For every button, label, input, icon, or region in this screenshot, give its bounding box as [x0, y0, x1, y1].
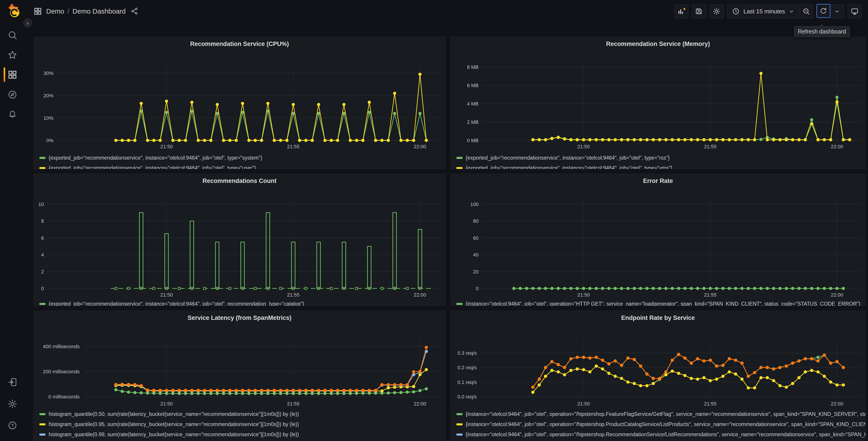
panel-title[interactable]: Recommendation Service (Memory) [451, 37, 866, 61]
legend-item[interactable]: {exported_job="recommendationservice", i… [456, 163, 866, 169]
recommendations-count-chart[interactable]: 21:5021:5522:000246810 [33, 198, 445, 297]
grafana-app: ? › Demo / Demo Dashboard [0, 0, 868, 441]
legend-item[interactable]: {exported_job="recommendationservice", i… [456, 153, 866, 163]
legend-series-color [39, 167, 45, 169]
svg-text:21:50: 21:50 [577, 144, 590, 149]
sidebar-expand-button[interactable]: › [23, 19, 32, 28]
svg-text:21:50: 21:50 [577, 292, 590, 297]
service-latency-chart[interactable]: 21:5021:5522:000 milliseconds200 millise… [33, 335, 445, 408]
legend-item[interactable]: {instance="otelcol:9464", job="otel", op… [456, 419, 866, 430]
time-range-picker[interactable]: Last 15 minutes [727, 4, 799, 18]
legend-series-color [39, 423, 45, 425]
svg-text:2 MB: 2 MB [467, 119, 478, 125]
cpu-legend: {exported_job="recommendationservice", i… [33, 151, 445, 169]
chevron-down-icon [788, 8, 795, 14]
svg-text:21:55: 21:55 [287, 292, 299, 297]
sidebar: ? [0, 0, 25, 441]
legend-series-color [39, 413, 45, 415]
recommendations-count-legend: {exported_job="recommendationservice", i… [33, 297, 445, 306]
panel-title[interactable]: Recommendations Count [33, 174, 445, 198]
legend-item[interactable]: {instance="otelcol:9464", job="otel", op… [456, 299, 866, 306]
sidebar-item-starred[interactable] [7, 50, 18, 60]
svg-text:2: 2 [41, 269, 44, 274]
endpoint-rate-chart[interactable]: 21:5021:5522:000.0 req/s0.1 req/s0.2 req… [451, 335, 866, 408]
legend-item[interactable]: {instance="otelcol:9464", job="otel", op… [456, 430, 866, 440]
breadcrumb-page: Demo Dashboard [72, 7, 126, 15]
share-dashboard-button[interactable] [130, 7, 139, 16]
refresh-interval-dropdown[interactable] [830, 4, 844, 18]
legend-item[interactable]: {exported_job="recommendationservice", i… [39, 163, 445, 169]
panel-title[interactable]: Recommendation Service (CPU%) [33, 37, 445, 61]
svg-text:10%: 10% [43, 115, 53, 121]
legend-series-color [456, 167, 463, 169]
legend-item[interactable]: {instance="otelcol:9464", job="otel", op… [456, 440, 866, 441]
sidebar-item-sign-in[interactable] [7, 377, 18, 387]
legend-item[interactable]: histogram_quantile(0.999, sum(rate(laten… [39, 440, 445, 441]
svg-text:8 MB: 8 MB [467, 64, 478, 70]
legend-series-label: {instance="otelcol:9464", job="otel", op… [466, 411, 866, 417]
svg-text:4 MB: 4 MB [467, 101, 478, 107]
svg-text:21:55: 21:55 [287, 144, 299, 149]
zoom-out-icon [802, 7, 810, 15]
monitor-icon [851, 7, 859, 15]
legend-series-label: {instance="otelcol:9464", job="otel", op… [466, 432, 866, 438]
sidebar-item-alerting[interactable] [7, 109, 18, 119]
svg-text:22:00: 22:00 [414, 401, 426, 407]
svg-text:21:55: 21:55 [287, 401, 299, 407]
save-dashboard-button[interactable] [692, 4, 706, 18]
legend-series-label: {exported_job="recommendationservice", i… [49, 301, 304, 306]
legend-series-color [456, 157, 463, 159]
top-nav: Demo / Demo Dashboard Last 15 minutes [25, 0, 868, 23]
cpu-chart[interactable]: 21:5021:5522:000%10%20%30% [33, 61, 445, 151]
sidebar-item-help[interactable]: ? [7, 420, 18, 430]
panel-title[interactable]: Endpoint Rate by Service [451, 311, 866, 335]
sidebar-item-configuration[interactable] [7, 399, 18, 409]
svg-text:21:50: 21:50 [577, 401, 590, 407]
cycle-view-mode-button[interactable] [848, 4, 862, 18]
legend-item[interactable]: histogram_quantile(0.50, sum(rate(latenc… [39, 409, 445, 419]
panel-endpoint-rate: Endpoint Rate by Service 21:5021:5522:00… [450, 311, 866, 441]
add-panel-icon [678, 7, 685, 15]
panel-recommendation-memory: Recommendation Service (Memory) 21:5021:… [450, 37, 866, 169]
sidebar-item-dashboards[interactable] [7, 70, 18, 80]
sidebar-active-indicator [4, 67, 5, 82]
legend-series-label: {instance="otelcol:9464", job="otel", op… [466, 421, 866, 428]
dashboard-settings-button[interactable] [710, 4, 724, 18]
memory-chart[interactable]: 21:5021:5522:000 MB2 MB4 MB6 MB8 MB [451, 61, 866, 151]
svg-text:22:00: 22:00 [831, 144, 843, 149]
legend-item[interactable]: {instance="otelcol:9464", job="otel", op… [456, 409, 866, 419]
svg-text:0.2 req/s: 0.2 req/s [457, 365, 477, 371]
endpoint-rate-legend: {instance="otelcol:9464", job="otel", op… [451, 408, 866, 441]
breadcrumb-section[interactable]: Demo [46, 7, 64, 15]
svg-text:10: 10 [38, 202, 44, 207]
grafana-logo-icon[interactable] [5, 3, 20, 19]
sidebar-item-explore[interactable] [7, 90, 18, 99]
legend-item[interactable]: histogram_quantile(0.95, sum(rate(latenc… [39, 419, 445, 430]
svg-text:40: 40 [473, 252, 478, 258]
error-rate-legend: {instance="otelcol:9464", job="otel", op… [451, 297, 866, 306]
refresh-dashboard-button[interactable] [816, 4, 831, 18]
dashboard-grid: Recommendation Service (CPU%) 21:5021:55… [33, 37, 866, 441]
add-panel-button[interactable] [674, 4, 688, 18]
refresh-tooltip-text: Refresh dashboard [798, 28, 846, 35]
svg-text:30%: 30% [43, 70, 53, 76]
legend-item[interactable]: {exported_job="recommendationservice", i… [39, 153, 445, 163]
legend-series-color [39, 434, 45, 436]
legend-series-label: {exported_job="recommendationservice", i… [466, 155, 670, 161]
legend-item[interactable]: {exported_job="recommendationservice", i… [39, 299, 445, 306]
gear-icon [713, 7, 720, 15]
error-rate-chart[interactable]: 21:5021:5522:00020406080100 [451, 198, 866, 297]
legend-series-color [456, 434, 463, 436]
panel-title[interactable]: Service Latency (from SpanMetrics) [33, 311, 445, 335]
service-latency-legend: histogram_quantile(0.50, sum(rate(latenc… [33, 408, 445, 441]
share-icon [130, 7, 138, 15]
panel-title[interactable]: Error Rate [451, 174, 866, 198]
sidebar-item-search[interactable] [7, 30, 18, 40]
breadcrumb-separator: / [67, 7, 69, 15]
svg-text:100: 100 [470, 202, 478, 207]
legend-series-label: histogram_quantile(0.50, sum(rate(latenc… [49, 411, 299, 417]
clock-icon [732, 7, 740, 15]
zoom-out-time-button[interactable] [799, 4, 813, 18]
svg-text:0.3 req/s: 0.3 req/s [457, 350, 477, 356]
legend-item[interactable]: histogram_quantile(0.99, sum(rate(latenc… [39, 430, 445, 440]
